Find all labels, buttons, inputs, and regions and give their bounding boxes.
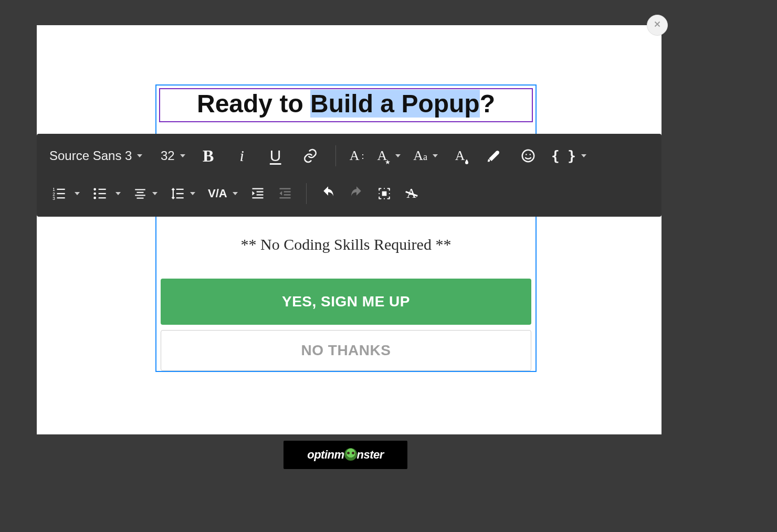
align-dropdown[interactable] (129, 182, 162, 205)
brand-logo: optinmnster (307, 448, 384, 462)
merge-tags-dropdown[interactable]: { } (547, 144, 591, 167)
headline-selected: Build a Popup (310, 90, 480, 118)
bold-button[interactable]: B (194, 144, 223, 167)
underline-icon: U (270, 147, 281, 165)
chevron-down-icon (137, 154, 142, 157)
indent-decrease-icon (278, 186, 292, 201)
no-button[interactable]: NO THANKS (161, 330, 531, 371)
italic-icon: i (240, 147, 244, 165)
subheadline-text[interactable]: ** No Coding Skills Required ** (156, 236, 536, 253)
clear-format-icon: A (406, 186, 416, 201)
underline-button[interactable]: U (261, 144, 290, 167)
brand-badge[interactable]: optinmnster (284, 441, 407, 469)
close-icon (653, 19, 662, 31)
popup-element[interactable]: Ready to Build a Popup? ** No Coding Ski… (155, 84, 537, 372)
chevron-down-icon (433, 154, 438, 157)
unordered-list-icon (92, 186, 107, 201)
line-height-dropdown[interactable] (166, 182, 200, 205)
toolbar-row-2: 123 V/A (47, 178, 651, 209)
highlight-icon (486, 148, 501, 164)
chevron-down-icon (180, 154, 185, 157)
ordered-list-icon: 123 (51, 186, 66, 201)
svg-point-9 (93, 188, 96, 191)
link-button[interactable] (295, 144, 326, 167)
unordered-list-dropdown[interactable] (88, 182, 125, 205)
text-color-button[interactable]: A (446, 144, 474, 167)
clear-formatting-button[interactable]: A (400, 182, 423, 205)
dots-icon: ꞉ (361, 153, 364, 158)
headline-text-block[interactable]: Ready to Build a Popup? (159, 88, 533, 122)
merge-tags-icon: { } (551, 148, 576, 164)
text-style-icon: A ★ (377, 148, 387, 164)
redo-icon (349, 186, 364, 201)
brand-pre: optinm (307, 448, 344, 461)
svg-point-0 (522, 150, 534, 162)
typography-button[interactable]: A ꞉ (345, 144, 369, 167)
ordered-list-dropdown[interactable]: 123 (47, 182, 84, 205)
indent-increase-icon (250, 186, 265, 201)
svg-point-2 (530, 154, 531, 155)
select-all-icon (377, 187, 391, 200)
cta-area: YES, SIGN ME UP NO THANKS (156, 279, 536, 371)
toolbar-row-1: Source Sans 3 32 B i U A ꞉ A (47, 140, 651, 172)
svg-point-33 (379, 193, 380, 194)
chevron-down-icon (190, 192, 195, 195)
font-family-dropdown[interactable]: Source Sans 3 (47, 144, 152, 167)
emoji-button[interactable] (513, 144, 543, 167)
text-case-icon: Aa (413, 148, 427, 164)
redo-button[interactable] (344, 182, 369, 205)
svg-point-31 (384, 188, 385, 189)
align-icon (133, 187, 147, 200)
undo-icon (320, 186, 336, 201)
highlight-button[interactable] (478, 144, 509, 167)
letter-spacing-dropdown[interactable]: V/A (204, 182, 242, 205)
undo-button[interactable] (316, 182, 340, 205)
svg-point-1 (526, 154, 527, 155)
headline-post: ? (480, 90, 495, 118)
svg-text:3: 3 (52, 196, 55, 201)
select-all-button[interactable] (373, 182, 396, 205)
svg-point-34 (388, 193, 390, 194)
yes-button[interactable]: YES, SIGN ME UP (161, 279, 531, 325)
font-size-dropdown[interactable]: 32 (156, 144, 190, 167)
toolbar-separator (335, 145, 336, 166)
chevron-down-icon (116, 192, 121, 195)
chevron-down-icon (75, 192, 80, 195)
letter-spacing-icon: V/A (208, 187, 227, 200)
close-button[interactable] (647, 15, 668, 36)
svg-rect-30 (382, 191, 386, 196)
text-style-dropdown[interactable]: A ★ (373, 144, 405, 167)
bold-icon: B (203, 146, 214, 166)
headline-text[interactable]: Ready to Build a Popup? (164, 90, 528, 118)
monster-icon (344, 448, 357, 461)
font-size-value: 32 (161, 148, 175, 163)
text-case-dropdown[interactable]: Aa (409, 144, 442, 167)
italic-button[interactable]: i (227, 144, 257, 167)
text-color-icon: A (455, 148, 465, 164)
headline-pre: Ready to (197, 90, 310, 118)
svg-point-11 (93, 197, 96, 199)
font-family-value: Source Sans 3 (49, 148, 132, 163)
svg-point-32 (384, 198, 385, 199)
indent-increase-button[interactable] (246, 182, 269, 205)
chevron-down-icon (395, 154, 401, 157)
emoji-icon (520, 148, 536, 164)
chevron-down-icon (581, 154, 586, 157)
line-height-icon (170, 186, 185, 201)
indent-decrease-button[interactable] (274, 182, 297, 205)
chevron-down-icon (152, 192, 158, 195)
text-toolbar: Source Sans 3 32 B i U A ꞉ A (37, 134, 662, 217)
typography-icon: A (350, 148, 360, 164)
brand-post: nster (357, 448, 384, 461)
toolbar-separator (306, 183, 307, 204)
svg-point-10 (93, 193, 96, 195)
chevron-down-icon (233, 192, 238, 195)
link-icon (302, 147, 319, 164)
